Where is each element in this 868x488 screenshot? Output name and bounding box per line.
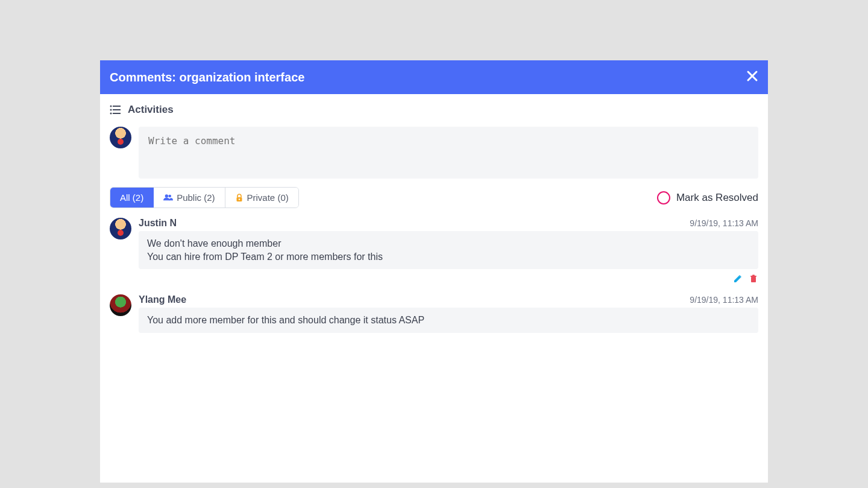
modal-header: Comments: organization interface <box>100 60 768 94</box>
svg-point-6 <box>165 194 168 197</box>
tab-private[interactable]: Private (0) <box>225 188 298 208</box>
comment-content: Ylang Mee 9/19/19, 11:13 AM You add more… <box>139 294 758 333</box>
filter-tabs: All (2) Public (2) <box>110 187 299 208</box>
composer-row <box>110 127 758 179</box>
resolve-circle-icon <box>657 191 670 204</box>
lock-icon <box>235 194 244 202</box>
comment-header: Justin N 9/19/19, 11:13 AM <box>139 218 758 229</box>
tab-private-label: Private (0) <box>247 192 289 203</box>
comment-input[interactable] <box>139 127 758 179</box>
resolve-label: Mark as Resolved <box>676 192 758 204</box>
svg-rect-12 <box>752 275 755 276</box>
edit-icon[interactable] <box>733 274 743 284</box>
comment-header: Ylang Mee 9/19/19, 11:13 AM <box>139 294 758 305</box>
svg-rect-1 <box>113 106 121 107</box>
comment-time: 9/19/19, 11:13 AM <box>690 295 758 305</box>
comment-body: You add more member for this and should … <box>139 308 758 333</box>
comment-author: Ylang Mee <box>139 294 186 305</box>
comments-modal: Comments: organization interface Activit… <box>100 60 768 483</box>
comment-actions <box>139 269 758 284</box>
svg-rect-3 <box>113 109 121 110</box>
delete-icon[interactable] <box>749 274 758 284</box>
tab-public-label: Public (2) <box>177 192 215 203</box>
filter-row: All (2) Public (2) <box>110 187 758 208</box>
close-icon[interactable] <box>746 70 758 84</box>
comment-item: Justin N 9/19/19, 11:13 AM We don't have… <box>110 218 758 284</box>
people-icon <box>163 192 173 203</box>
tab-all[interactable]: All (2) <box>110 188 154 208</box>
svg-rect-10 <box>751 277 756 282</box>
comment-avatar <box>110 218 131 239</box>
current-user-avatar <box>110 127 131 148</box>
modal-body: Activities All (2) <box>100 94 768 483</box>
tab-public[interactable]: Public (2) <box>154 188 225 208</box>
svg-point-9 <box>238 198 239 200</box>
comment-author: Justin N <box>139 218 177 229</box>
modal-title: Comments: organization interface <box>110 71 304 84</box>
tab-all-label: All (2) <box>120 192 143 203</box>
svg-point-0 <box>110 106 112 107</box>
comment-body: We don't have enough member You can hire… <box>139 231 758 269</box>
comment-time: 9/19/19, 11:13 AM <box>690 218 758 228</box>
activities-header: Activities <box>110 104 758 116</box>
svg-point-2 <box>110 109 112 111</box>
svg-point-4 <box>110 113 112 115</box>
svg-rect-5 <box>113 113 121 114</box>
svg-point-7 <box>169 195 172 198</box>
comment-item: Ylang Mee 9/19/19, 11:13 AM You add more… <box>110 294 758 333</box>
mark-resolved-toggle[interactable]: Mark as Resolved <box>657 191 758 204</box>
comment-content: Justin N 9/19/19, 11:13 AM We don't have… <box>139 218 758 284</box>
comment-avatar <box>110 294 131 316</box>
activities-label: Activities <box>128 104 174 116</box>
list-icon <box>110 104 121 115</box>
